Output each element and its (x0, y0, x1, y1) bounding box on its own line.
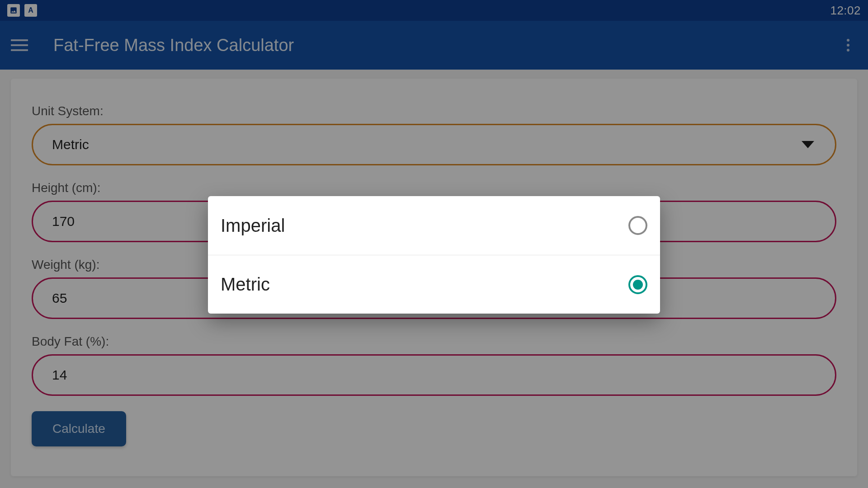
radio-unselected-icon (628, 216, 647, 235)
unit-system-dialog: Imperial Metric (208, 196, 660, 314)
dialog-option-label: Imperial (221, 216, 628, 236)
dialog-option-label: Metric (221, 274, 628, 295)
radio-selected-icon (628, 275, 647, 294)
dialog-option-metric[interactable]: Metric (208, 255, 660, 314)
dialog-option-imperial[interactable]: Imperial (208, 196, 660, 255)
